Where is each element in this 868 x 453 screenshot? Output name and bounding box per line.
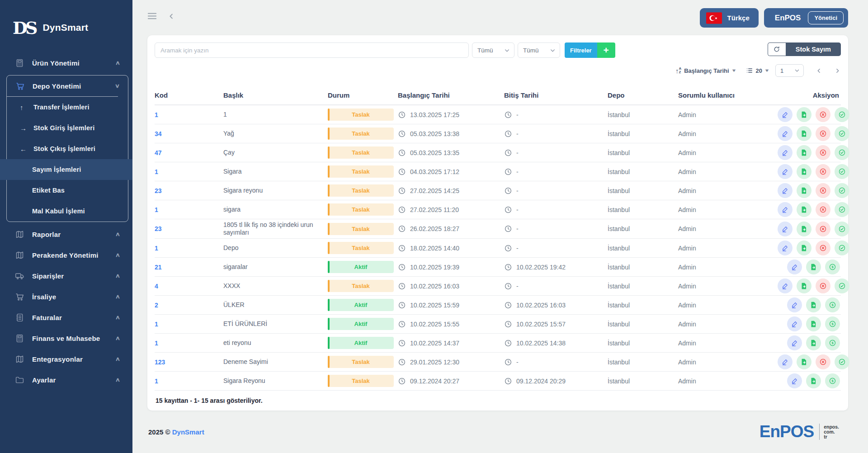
export-action-button[interactable] [806,260,821,274]
add-button[interactable]: + [597,42,615,58]
export-action-button[interactable] [797,222,811,236]
edit-action-button[interactable] [778,164,793,179]
filter-select-1[interactable]: Tümü [472,42,514,58]
approve-action-button[interactable] [835,183,849,198]
sidebar-item-finans-ve-muhasebe[interactable]: Finans ve Muhasebe∧ [0,328,132,349]
role-button[interactable]: Yönetici [808,11,844,24]
edit-action-button[interactable] [787,335,802,350]
cancel-action-button[interactable] [816,126,830,141]
export-action-button[interactable] [797,278,811,293]
row-code-link[interactable]: 34 [155,130,162,137]
app-logo[interactable]: DS DynSmart [0,0,132,43]
page-number-select[interactable]: 1 [775,64,804,77]
export-action-button[interactable] [797,126,811,141]
cancel-action-button[interactable] [816,183,830,198]
edit-action-button[interactable] [778,241,793,255]
sidebar-item-stok-giris-islemleri[interactable]: →Stok Giriş İşlemleri [7,118,128,138]
cancel-action-button[interactable] [816,164,830,179]
sidebar-item-siparisler[interactable]: Siparişler∧ [0,265,132,286]
row-code-link[interactable]: 21 [155,264,162,271]
filter-select-2[interactable]: Tümü [518,42,560,58]
price-action-button[interactable]: $ [825,316,840,331]
export-action-button[interactable] [797,183,811,198]
export-action-button[interactable] [806,335,821,350]
approve-action-button[interactable] [835,241,849,255]
cancel-action-button[interactable] [816,145,830,160]
edit-action-button[interactable] [778,107,793,122]
export-action-button[interactable] [797,241,811,255]
prev-page-button[interactable] [816,67,822,74]
row-code-link[interactable]: 1 [155,245,158,252]
page-title-button[interactable]: Stok Sayım [786,42,841,56]
account-button[interactable]: EnPOS Yönetici [764,8,848,28]
cancel-action-button[interactable] [816,202,830,217]
sidebar-item-etiket-bas[interactable]: Etiket Bas [7,180,128,201]
edit-action-button[interactable] [778,126,793,141]
export-action-button[interactable] [806,316,821,331]
export-action-button[interactable] [797,107,811,122]
filters-button[interactable]: Filtreler [565,42,597,58]
row-code-link[interactable]: 47 [155,149,162,156]
cancel-action-button[interactable] [816,107,830,122]
search-input[interactable] [155,42,469,58]
sidebar-item-transfer-islemleri[interactable]: ↑Transfer İşlemleri [7,97,128,118]
approve-action-button[interactable] [835,107,849,122]
row-code-link[interactable]: 23 [155,225,162,232]
price-action-button[interactable]: $ [825,335,840,350]
cancel-action-button[interactable] [816,354,830,369]
hamburger-menu-icon[interactable] [147,11,157,21]
edit-action-button[interactable] [787,316,802,331]
edit-action-button[interactable] [778,354,793,369]
export-action-button[interactable] [806,373,821,388]
edit-action-button[interactable] [787,373,802,388]
row-code-link[interactable]: 1 [155,111,158,118]
sidebar-item-mal-kabul-islemi[interactable]: Mal Kabul İşlemi [7,201,128,222]
edit-action-button[interactable] [787,297,802,312]
export-action-button[interactable] [797,164,811,179]
row-code-link[interactable]: 4 [155,283,158,290]
approve-action-button[interactable] [835,145,849,160]
edit-action-button[interactable] [778,202,793,217]
sidebar-item-stok-cikis-islemleri[interactable]: ←Stok Çıkış İşlemleri [7,138,128,159]
page-size-control[interactable]: 20 ▼ [746,67,769,74]
dynsmart-footer-link[interactable]: DynSmart [172,428,204,436]
price-action-button[interactable]: $ [825,260,840,274]
price-action-button[interactable]: $ [825,297,840,312]
sidebar-item-raporlar[interactable]: Raporlar∧ [0,224,132,245]
refresh-button[interactable] [768,42,786,56]
approve-action-button[interactable] [835,354,849,369]
cancel-action-button[interactable] [816,241,830,255]
approve-action-button[interactable] [835,202,849,217]
cancel-action-button[interactable] [816,278,830,293]
row-code-link[interactable]: 23 [155,187,162,194]
approve-action-button[interactable] [835,164,849,179]
sidebar-item-perakende-yonetimi[interactable]: Perakende Yönetimi∧ [0,245,132,265]
row-code-link[interactable]: 1 [155,340,158,347]
row-code-link[interactable]: 1 [155,168,158,175]
collapse-chevron-icon[interactable] [167,12,175,20]
approve-action-button[interactable] [835,222,849,236]
export-action-button[interactable] [806,297,821,312]
sidebar-item-urun-yonetimi[interactable]: Ürün Yönetimi∧ [0,52,132,73]
sidebar-item-sayim-islemleri[interactable]: Sayım İşlemleri [0,159,132,180]
edit-action-button[interactable] [787,260,802,274]
sidebar-item-ayarlar[interactable]: Ayarlar∧ [0,369,132,390]
edit-action-button[interactable] [778,278,793,293]
row-code-link[interactable]: 123 [155,359,165,366]
edit-action-button[interactable] [778,222,793,236]
edit-action-button[interactable] [778,145,793,160]
sidebar-item-entegrasyonlar[interactable]: Entegrasyonlar∧ [0,349,132,369]
export-action-button[interactable] [797,202,811,217]
approve-action-button[interactable] [835,126,849,141]
export-action-button[interactable] [797,145,811,160]
sidebar-item-irsaliye[interactable]: İrsaliye∧ [0,286,132,307]
export-action-button[interactable] [797,354,811,369]
edit-action-button[interactable] [778,183,793,198]
sort-control[interactable]: ↑AZ Başlangıç Tarihi ▼ [675,67,736,75]
row-code-link[interactable]: 1 [155,378,158,385]
cancel-action-button[interactable] [816,222,830,236]
sidebar-item-faturalar[interactable]: Faturalar∧ [0,307,132,328]
next-page-button[interactable] [834,67,841,74]
language-button[interactable]: Türkçe [700,8,759,28]
approve-action-button[interactable] [835,278,849,293]
